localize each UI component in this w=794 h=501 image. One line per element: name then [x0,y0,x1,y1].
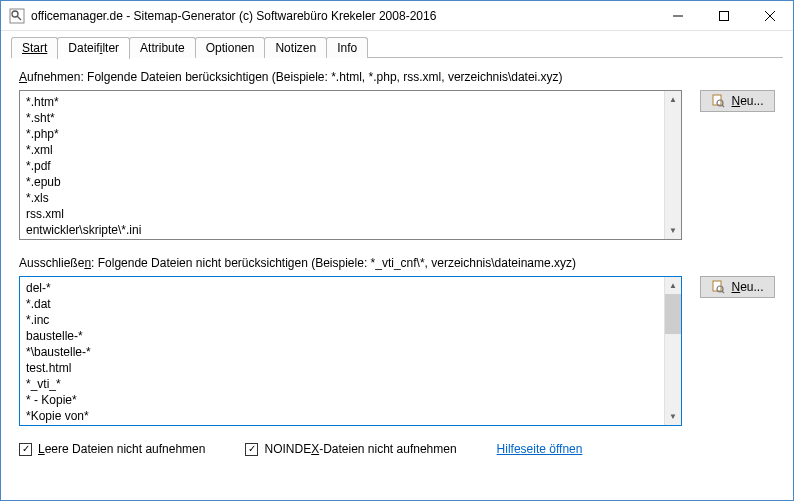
maximize-button[interactable] [701,1,747,30]
app-icon [9,8,25,24]
checkbox-label: NOINDEX-Dateien nicht aufnehmen [264,442,456,456]
tab-info[interactable]: Info [326,37,368,58]
close-button[interactable] [747,1,793,30]
search-file-icon [711,280,725,294]
include-label: Aufnehmen: Folgende Dateien berücksichti… [19,70,775,84]
noindex-checkbox[interactable]: ✓ NOINDEX-Dateien nicht aufnehmen [245,442,456,456]
help-link[interactable]: Hilfeseite öffnen [497,442,583,456]
exclude-scrollbar[interactable]: ▲ ▼ [664,277,681,425]
minimize-button[interactable] [655,1,701,30]
exclude-row: del-* *.dat *.inc baustelle-* *\baustell… [19,276,775,426]
svg-line-9 [722,105,724,107]
bottom-options: ✓ Leere Dateien nicht aufnehmen ✓ NOINDE… [19,432,775,456]
exclude-textarea[interactable]: del-* *.dat *.inc baustelle-* *\baustell… [19,276,682,426]
tabbar: Start Dateifilter Attribute Optionen Not… [1,31,793,58]
svg-line-12 [722,291,724,293]
scroll-thumb[interactable] [665,294,681,334]
include-textarea-content: *.htm* *.sht* *.php* *.xml *.pdf *.epub … [20,91,664,239]
scroll-up-icon[interactable]: ▲ [665,277,681,294]
exclude-label: Ausschließen: Folgende Dateien nicht ber… [19,256,775,270]
search-file-icon [711,94,725,108]
include-row: *.htm* *.sht* *.php* *.xml *.pdf *.epub … [19,90,775,240]
app-window: officemanager.de - Sitemap-Generator (c)… [0,0,794,501]
empty-files-checkbox[interactable]: ✓ Leere Dateien nicht aufnehmen [19,442,205,456]
checkbox-box: ✓ [245,443,258,456]
include-textarea[interactable]: *.htm* *.sht* *.php* *.xml *.pdf *.epub … [19,90,682,240]
tab-optionen[interactable]: Optionen [195,37,266,58]
include-new-button[interactable]: Neu... [700,90,775,112]
scroll-up-icon[interactable]: ▲ [665,91,681,108]
tab-notizen[interactable]: Notizen [264,37,327,58]
checkbox-label: Leere Dateien nicht aufnehmen [38,442,205,456]
svg-rect-4 [720,11,729,20]
tab-content: Aufnehmen: Folgende Dateien berücksichti… [1,58,793,500]
tab-dateifilter[interactable]: Dateifilter [57,37,130,59]
tab-attribute[interactable]: Attribute [129,37,196,58]
scroll-down-icon[interactable]: ▼ [665,408,681,425]
exclude-textarea-content: del-* *.dat *.inc baustelle-* *\baustell… [20,277,664,425]
checkbox-box: ✓ [19,443,32,456]
window-controls [655,1,793,30]
titlebar: officemanager.de - Sitemap-Generator (c)… [1,1,793,31]
tab-start[interactable]: Start [11,37,58,58]
scroll-down-icon[interactable]: ▼ [665,222,681,239]
window-title: officemanager.de - Sitemap-Generator (c)… [31,9,655,23]
exclude-new-button[interactable]: Neu... [700,276,775,298]
include-scrollbar[interactable]: ▲ ▼ [664,91,681,239]
